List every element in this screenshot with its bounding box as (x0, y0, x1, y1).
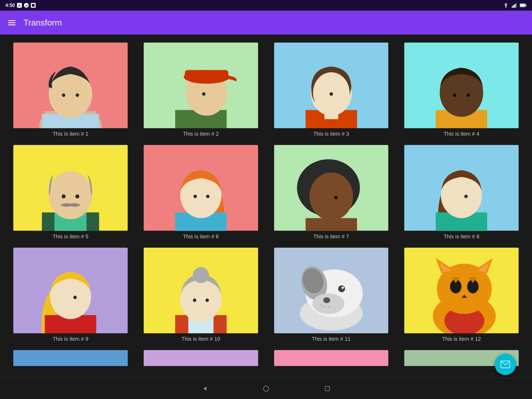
partial-items-row (13, 350, 519, 366)
svg-point-79 (341, 286, 344, 289)
svg-point-31 (329, 92, 333, 96)
item-card-5[interactable] (13, 145, 128, 231)
item-card-4[interactable] (404, 43, 519, 128)
svg-point-76 (323, 305, 325, 308)
bottom-navigation (0, 378, 532, 399)
home-button[interactable] (262, 385, 270, 393)
item-card-11[interactable] (274, 248, 389, 333)
svg-point-77 (327, 306, 329, 308)
item-card-6[interactable] (144, 145, 258, 231)
item-label-8: This is item # 8 (444, 234, 479, 240)
item-label-4: This is item # 4 (444, 131, 479, 137)
item-label-5: This is item # 5 (53, 234, 88, 240)
item-card-7[interactable] (274, 145, 389, 231)
svg-rect-25 (185, 70, 228, 80)
items-grid: This is item # 1 This is (13, 43, 519, 342)
battery-icon (520, 3, 527, 7)
list-item[interactable]: This is item # 8 (404, 145, 519, 239)
svg-point-37 (467, 93, 470, 97)
svg-point-61 (73, 296, 77, 299)
svg-point-6 (505, 7, 506, 8)
list-item[interactable]: This is item # 5 (13, 145, 128, 239)
item-label-10: This is item # 10 (182, 336, 220, 342)
svg-rect-52 (306, 218, 357, 231)
svg-point-20 (76, 93, 79, 97)
status-right (503, 3, 527, 8)
svg-rect-9 (514, 4, 515, 8)
list-item[interactable]: This is item # 7 (274, 145, 389, 239)
email-icon (501, 361, 510, 368)
wifi-icon (503, 3, 509, 8)
list-item[interactable]: This is item # 11 (274, 248, 389, 342)
item-card-2[interactable] (144, 43, 258, 128)
svg-point-43 (75, 194, 79, 198)
notification-c-icon (31, 3, 36, 8)
item-label-9: This is item # 9 (53, 336, 88, 342)
svg-text:A: A (18, 4, 21, 7)
list-item[interactable]: This is item # 12 (404, 248, 519, 342)
svg-rect-13 (520, 4, 525, 7)
svg-point-57 (464, 195, 468, 198)
svg-point-51 (310, 172, 353, 220)
item-card-3[interactable] (274, 43, 389, 128)
item-card-8[interactable] (404, 145, 519, 231)
notification-b-icon: ⊙ (24, 3, 29, 8)
partial-card-13[interactable] (13, 350, 128, 366)
svg-point-47 (193, 195, 197, 198)
svg-rect-7 (512, 6, 513, 8)
list-item[interactable]: This is item # 3 (274, 43, 389, 137)
svg-point-68 (205, 298, 209, 302)
svg-rect-12 (526, 5, 526, 6)
svg-rect-8 (513, 5, 514, 8)
svg-point-66 (193, 267, 209, 283)
svg-point-41 (49, 171, 92, 219)
svg-point-78 (338, 285, 345, 292)
item-label-6: This is item # 6 (183, 234, 218, 240)
svg-rect-10 (516, 3, 517, 8)
partial-card-15[interactable] (274, 350, 389, 366)
svg-point-67 (193, 298, 196, 302)
notification-a-icon: A (17, 3, 22, 8)
svg-point-95 (263, 386, 269, 391)
svg-point-48 (206, 195, 209, 198)
list-item[interactable]: This is item # 10 (144, 248, 258, 342)
app-title: Transform (23, 18, 62, 28)
svg-point-26 (202, 92, 205, 96)
fab-email-button[interactable] (495, 354, 516, 375)
svg-point-74 (323, 297, 330, 303)
item-label-2: This is item # 2 (183, 131, 218, 137)
item-card-10[interactable] (144, 248, 258, 333)
item-card-1[interactable] (13, 43, 128, 128)
hamburger-menu-button[interactable] (8, 20, 15, 25)
partial-card-14[interactable] (144, 350, 258, 366)
status-time: 4:50 (5, 3, 15, 8)
status-bar: 4:50 A ⊙ (0, 0, 532, 11)
item-label-11: This is item # 11 (312, 336, 351, 342)
list-item[interactable]: This is item # 2 (144, 43, 258, 137)
item-card-12[interactable] (404, 248, 519, 333)
svg-rect-32 (324, 112, 338, 119)
svg-point-36 (453, 93, 456, 97)
svg-point-42 (62, 194, 66, 198)
svg-marker-94 (203, 386, 207, 391)
svg-text:⊙: ⊙ (25, 4, 28, 7)
item-card-9[interactable] (13, 248, 128, 333)
item-label-12: This is item # 12 (442, 336, 481, 342)
svg-point-73 (312, 293, 344, 314)
svg-rect-96 (325, 386, 329, 391)
list-item[interactable]: This is item # 4 (404, 43, 519, 137)
main-content: This is item # 1 This is (0, 35, 532, 378)
list-item[interactable]: This is item # 9 (13, 248, 128, 342)
signal-icon (512, 3, 517, 8)
back-button[interactable] (201, 385, 209, 393)
svg-point-53 (334, 196, 337, 200)
item-label-7: This is item # 7 (313, 234, 349, 240)
svg-point-75 (320, 304, 322, 306)
list-item[interactable]: This is item # 1 (13, 43, 128, 137)
item-label-1: This is item # 1 (53, 131, 88, 137)
recents-button[interactable] (323, 385, 331, 393)
list-item[interactable]: This is item # 6 (144, 145, 258, 239)
item-label-3: This is item # 3 (313, 131, 349, 137)
svg-rect-5 (32, 4, 35, 7)
app-bar: Transform (0, 11, 532, 35)
